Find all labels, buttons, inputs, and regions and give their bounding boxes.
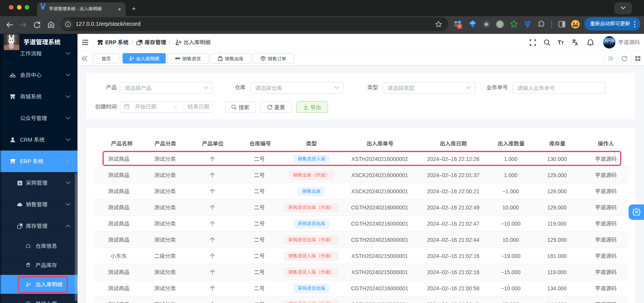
svg-text:A: A: [575, 42, 578, 46]
svg-text:文心一言: 文心一言: [605, 39, 614, 42]
